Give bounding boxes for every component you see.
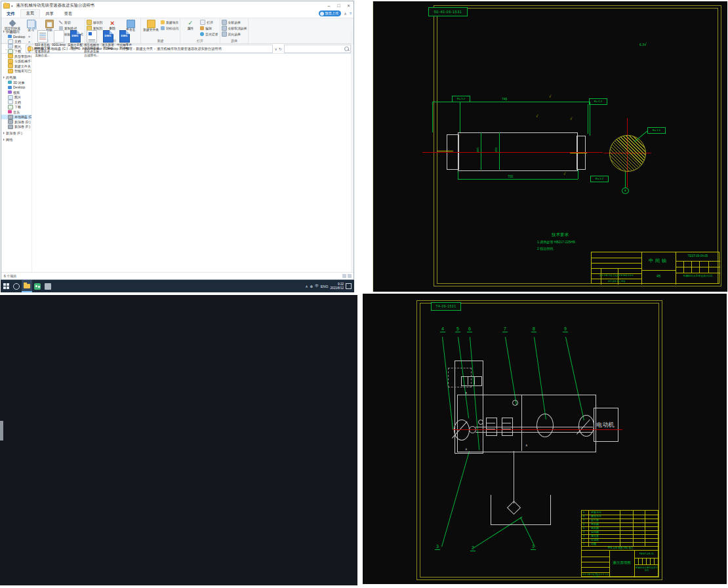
folder-icon <box>8 64 13 68</box>
title-block: 9变量马达8液压马达7压力表6单向阀5换向阀4溢流阀3液压泵2过滤器1油箱 序号… <box>581 510 658 577</box>
clock[interactable]: 9:22 2021/8/12 <box>331 283 344 289</box>
sidebar-item[interactable]: 3D 对象 <box>1 80 31 85</box>
surface-note: 6.3√ <box>639 42 647 47</box>
sidebar-item[interactable]: 下载◆ <box>1 49 31 54</box>
sidebar-section-header[interactable]: 新加卷 (F:) <box>1 130 31 136</box>
start-button[interactable] <box>1 280 11 292</box>
check-valve-icon: ∧ <box>525 443 528 447</box>
file-item[interactable]: DWG液压原理图.dwg <box>100 30 115 50</box>
language-indicator[interactable]: ENG <box>321 284 329 288</box>
file-item[interactable]: DWG实验台装配图.dwg <box>68 30 83 50</box>
doc-file-icon <box>87 30 97 43</box>
monitor-icon <box>8 86 12 89</box>
properties-icon <box>187 20 194 27</box>
minimize-button[interactable]: – <box>324 2 334 10</box>
maximize-button[interactable]: □ <box>334 2 344 10</box>
sidebar-section-header[interactable]: 网络 <box>1 137 31 142</box>
window-title: 液压机械传动无级变速器改进实验台说明书 <box>15 3 324 9</box>
vertical-scrollbar[interactable] <box>351 28 353 272</box>
drawing-tag: T4-09-1531 <box>431 302 461 311</box>
sidebar-item-label: 3D 对象 <box>13 81 25 85</box>
selectall-button[interactable]: 全部选择 <box>222 19 247 25</box>
file-item[interactable]: 液压机械传动无级变速器改进实验台说明书... <box>84 30 99 57</box>
ime-indicator[interactable]: 中 <box>315 284 319 288</box>
motor-label: 电动机 <box>595 421 616 429</box>
chevron-icon <box>3 138 5 141</box>
quick-access-caret-icon[interactable]: ▾ <box>11 4 13 8</box>
shaft-centerline <box>422 152 603 153</box>
move-button[interactable]: 移动到 <box>87 19 102 25</box>
taskbar-explorer-button[interactable] <box>22 280 32 292</box>
scroll-nub[interactable] <box>0 421 3 441</box>
ribbon-collapse-icon[interactable]: ∧ <box>344 11 346 16</box>
sidebar-item[interactable]: 音乐 <box>1 109 31 115</box>
sidebar-item-label: Desktop <box>13 85 25 89</box>
file-item[interactable]: 533 液压机械传动无级变速器改进实验台说... <box>35 30 50 57</box>
sidebar-item[interactable]: 分拣机械手不合适 <box>1 59 31 64</box>
taskbar-search-button[interactable] <box>11 280 22 292</box>
thumbnail-view-icon[interactable] <box>348 274 352 278</box>
file-item[interactable]: DWG中间轴零件图.dwg <box>117 30 132 50</box>
parts-header: 序号 名称 数量 材料 备注 <box>582 547 659 549</box>
taskbar-app-button[interactable] <box>43 280 53 292</box>
sidebar-item[interactable]: 图片◆ <box>1 44 31 49</box>
pic-icon <box>8 44 13 49</box>
tab-view[interactable]: 查看 <box>59 10 78 18</box>
help-icon[interactable]: ? <box>350 12 352 16</box>
note-line: 2.锐边倒钝. <box>537 246 554 250</box>
revision-row: 标记 处数 分区 更改文件号 签名 年月日 <box>582 573 609 578</box>
cut-button[interactable]: 剪切 <box>59 19 83 25</box>
cube-icon <box>8 81 12 84</box>
sidebar-item-label: 下载 <box>14 105 21 109</box>
notification-center-icon[interactable] <box>346 283 352 289</box>
sidebar-item[interactable]: 智能采写已操作好 <box>1 69 31 74</box>
sidebar-item[interactable]: 图片 <box>1 95 31 100</box>
sidebar-item[interactable]: 新建文件夹 <box>1 64 31 69</box>
details-view-icon[interactable] <box>342 274 346 278</box>
video-icon <box>8 90 12 94</box>
tab-home[interactable]: 主页 <box>20 9 41 18</box>
cloud-upload-button[interactable]: 预览上传 <box>319 10 342 16</box>
sidebar-section-header[interactable]: 此电脑 <box>1 75 31 80</box>
file-name: 液压原理图.dwg <box>100 43 115 50</box>
part-name: 中间轴 <box>641 258 676 264</box>
sidebar-section-label: 新加卷 (F:) <box>6 131 22 136</box>
sidebar-section-label: 网络 <box>6 138 12 142</box>
sidebar-item-label: 文档 <box>14 39 21 43</box>
sidebar-item[interactable]: 下载 <box>1 105 31 110</box>
file-item[interactable]: 0001.bmp <box>51 30 66 47</box>
network-globe-icon[interactable]: ⊕ <box>310 284 313 288</box>
sidebar-item[interactable]: 典型零部件结构简图 <box>1 54 31 59</box>
pin-icon <box>9 20 16 27</box>
quick-access-toolbar[interactable]: ▾ <box>1 3 15 9</box>
sidebar-item-label: 本地磁盘 (C:) <box>14 115 31 119</box>
gauge-icon <box>478 420 483 425</box>
tab-file[interactable]: 文件 <box>1 10 20 18</box>
gauge-icon <box>512 400 518 406</box>
cut-icon <box>59 20 63 24</box>
file-name: 液压机械传动无级变速器改进实验台说明书... <box>84 43 99 57</box>
dwg-badge: DWG <box>104 34 113 37</box>
newitem-button[interactable]: 新建项目 <box>161 19 178 25</box>
sidebar-section-header[interactable]: 快速访问 <box>1 29 31 34</box>
drawing-tag: 50-40-06-1531 <box>428 7 468 16</box>
sidebar-item[interactable]: 视频 <box>1 90 31 95</box>
close-button[interactable]: × <box>344 2 354 10</box>
sidebar-item[interactable]: 新加卷 (D:) <box>1 119 31 125</box>
balloon-number: 9 <box>563 326 568 332</box>
sidebar-item[interactable]: Desktop◆ <box>1 34 31 39</box>
tray-expand-icon[interactable]: ∧ <box>306 284 308 288</box>
sidebar-item-label: 图片 <box>14 45 21 49</box>
drawing-number: TEST-09-04-05 <box>676 254 720 258</box>
organization: 机械科技大学毕业设计(22) <box>676 275 719 278</box>
tab-share[interactable]: 共享 <box>40 10 59 18</box>
sidebar-item[interactable]: 新加卷 (F:) <box>1 125 31 130</box>
sidebar-item[interactable]: 文档 <box>1 100 31 105</box>
open-button[interactable]: 打开 <box>200 19 218 25</box>
sidebar-item[interactable]: 本地磁盘 (C:) <box>1 115 31 120</box>
organization: 机械科技大学毕业设计(22) <box>635 566 658 572</box>
taskbar-wechat-button[interactable] <box>32 280 43 292</box>
sidebar-item[interactable]: Desktop <box>1 85 31 90</box>
sidebar-item[interactable]: 文档◆ <box>1 39 31 45</box>
balloon-number: 5 <box>455 326 460 332</box>
